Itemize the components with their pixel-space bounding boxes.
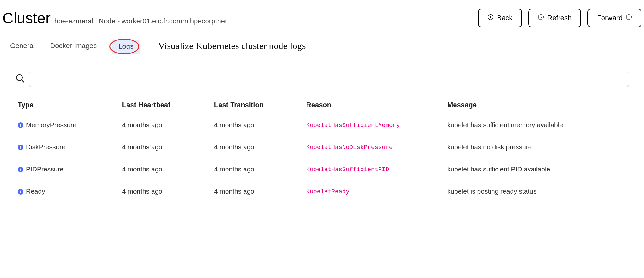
breadcrumb: hpe-ezmeral | Node - worker01.etc.fr.com…: [54, 17, 227, 25]
info-icon: i: [18, 167, 23, 172]
refresh-button[interactable]: Refresh: [528, 9, 581, 27]
back-label: Back: [497, 14, 512, 22]
back-button[interactable]: Back: [478, 9, 522, 27]
info-icon: i: [18, 189, 23, 195]
th-reason: Reason: [304, 96, 445, 114]
cell-reason: KubeletHasSufficientMemory: [304, 114, 445, 136]
tab-logs[interactable]: Logs: [112, 40, 140, 54]
search-input[interactable]: [29, 71, 629, 87]
logs-table: Type Last Heartbeat Last Transition Reas…: [15, 96, 629, 202]
svg-point-0: [488, 15, 493, 20]
svg-line-4: [22, 80, 24, 82]
info-icon: i: [18, 145, 23, 150]
chevron-right-icon: [626, 14, 632, 22]
page-header: Cluster hpe-ezmeral | Node - worker01.et…: [3, 3, 641, 34]
search-row: [15, 71, 629, 87]
th-last-transition: Last Transition: [212, 96, 304, 114]
cell-reason: KubeletHasSufficientPID: [304, 158, 445, 180]
cell-message: kubelet has sufficient PID available: [445, 158, 629, 180]
table-row: iMemoryPressure4 months ago4 months agoK…: [15, 114, 629, 136]
cell-type: iMemoryPressure: [15, 114, 120, 136]
type-text: PIDPressure: [26, 165, 64, 173]
type-text: MemoryPressure: [26, 121, 77, 128]
cell-last-transition: 4 months ago: [212, 114, 304, 136]
type-text: Ready: [26, 188, 45, 195]
svg-point-2: [626, 15, 632, 20]
forward-label: Forward: [597, 14, 622, 22]
table-row: iDiskPressure4 months ago4 months agoKub…: [15, 136, 629, 158]
cell-last-transition: 4 months ago: [212, 158, 304, 180]
cell-message: kubelet has no disk pressure: [445, 136, 629, 158]
tab-general[interactable]: General: [10, 42, 35, 56]
tab-logs-label: Logs: [118, 42, 133, 50]
cell-last-heartbeat: 4 months ago: [120, 180, 212, 202]
cell-last-heartbeat: 4 months ago: [120, 136, 212, 158]
chevron-left-icon: [487, 14, 494, 22]
cell-last-heartbeat: 4 months ago: [120, 114, 212, 136]
th-message: Message: [445, 96, 629, 114]
cell-last-transition: 4 months ago: [212, 180, 304, 202]
reason-code: KubeletHasSufficientMemory: [306, 122, 400, 129]
cell-message: kubelet has sufficient memory available: [445, 114, 629, 136]
cell-last-transition: 4 months ago: [212, 136, 304, 158]
cell-type: iPIDPressure: [15, 158, 120, 180]
cell-last-heartbeat: 4 months ago: [120, 158, 212, 180]
refresh-label: Refresh: [547, 14, 572, 22]
th-type: Type: [15, 96, 120, 114]
reason-code: KubeletHasSufficientPID: [306, 166, 389, 173]
info-icon: i: [18, 122, 23, 128]
cell-type: iReady: [15, 180, 120, 202]
title-group: Cluster hpe-ezmeral | Node - worker01.et…: [3, 9, 227, 27]
content-area: Type Last Heartbeat Last Transition Reas…: [3, 58, 641, 202]
search-icon: [15, 73, 25, 85]
cell-reason: KubeletReady: [304, 180, 445, 202]
reason-code: KubeletReady: [306, 188, 350, 195]
cell-message: kubelet is posting ready status: [445, 180, 629, 202]
page-title: Cluster: [3, 9, 51, 27]
tab-docker-images[interactable]: Docker Images: [50, 42, 97, 56]
refresh-icon: [538, 14, 544, 22]
table-row: iReady4 months ago4 months agoKubeletRea…: [15, 180, 629, 202]
table-row: iPIDPressure4 months ago4 months agoKube…: [15, 158, 629, 180]
type-text: DiskPressure: [26, 143, 65, 151]
forward-button[interactable]: Forward: [587, 9, 641, 27]
reason-code: KubeletHasNoDiskPressure: [306, 144, 393, 151]
cell-type: iDiskPressure: [15, 136, 120, 158]
annotation-text: Visualize Kubernetes cluster node logs: [158, 40, 306, 51]
tab-bar: General Docker Images Logs Visualize Kub…: [3, 34, 641, 58]
svg-point-3: [16, 75, 22, 81]
th-last-heartbeat: Last Heartbeat: [120, 96, 212, 114]
header-buttons: Back Refresh Forward: [478, 9, 641, 27]
cell-reason: KubeletHasNoDiskPressure: [304, 136, 445, 158]
